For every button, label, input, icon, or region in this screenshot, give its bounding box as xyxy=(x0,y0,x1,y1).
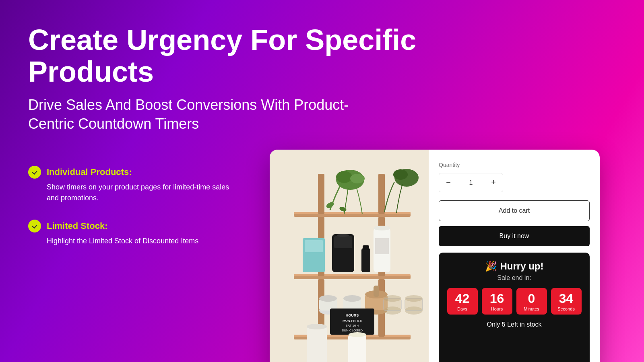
svg-text:SUN    CLOSED: SUN CLOSED xyxy=(342,329,363,332)
countdown-section: 🎉 Hurry up! Sale end in: 42 Days 16 xyxy=(439,253,590,362)
timer-seconds-label: Seconds xyxy=(554,306,578,311)
timer-minutes-label: Minutes xyxy=(520,306,544,311)
quantity-control: − 1 + xyxy=(439,173,503,192)
feature-individual-products: Individual Products: Show timers on your… xyxy=(28,166,229,204)
svg-rect-19 xyxy=(361,248,370,272)
svg-point-6 xyxy=(336,171,352,183)
svg-point-22 xyxy=(374,226,390,230)
timer-days-value: 42 xyxy=(450,292,475,305)
product-card-panel: HOURS MON-FRI 8-5 SAT 10-4 SUN CLOSED xyxy=(229,150,616,362)
svg-rect-25 xyxy=(305,240,323,252)
party-icon: 🎉 xyxy=(485,261,497,272)
svg-point-52 xyxy=(349,332,366,337)
product-image-wrapper: HOURS MON-FRI 8-5 SAT 10-4 SUN CLOSED xyxy=(270,150,429,362)
svg-point-35 xyxy=(343,295,361,302)
stock-number: 5 xyxy=(502,321,506,328)
svg-point-32 xyxy=(319,295,337,302)
timer-seconds-value: 34 xyxy=(554,292,578,305)
svg-rect-20 xyxy=(363,245,369,250)
svg-rect-4 xyxy=(378,174,385,214)
quantity-label: Quantity xyxy=(439,162,590,168)
svg-rect-53 xyxy=(307,327,327,362)
feature-limited-stock: Limited Stock: Highlight the Limited Sto… xyxy=(28,220,229,247)
svg-rect-3 xyxy=(318,174,324,214)
sub-headline: Drive Sales And Boost Conversions With P… xyxy=(28,96,350,134)
quantity-value: 1 xyxy=(458,179,484,186)
product-image: HOURS MON-FRI 8-5 SAT 10-4 SUN CLOSED xyxy=(270,150,429,362)
countdown-timers: 42 Days 16 Hours 0 Minutes xyxy=(447,288,582,315)
svg-point-47 xyxy=(384,295,401,302)
svg-rect-23 xyxy=(375,238,389,254)
svg-point-50 xyxy=(405,295,423,302)
feature-title-1: Individual Products: xyxy=(47,167,132,177)
svg-point-7 xyxy=(350,174,365,183)
svg-point-54 xyxy=(307,324,327,329)
feature-desc-1: Show timers on your product pages for li… xyxy=(28,182,229,204)
quantity-decrease-button[interactable]: − xyxy=(439,173,458,192)
stock-text-prefix: Only xyxy=(487,321,502,328)
feature-title-row-2: Limited Stock: xyxy=(28,220,229,232)
timer-minutes-value: 0 xyxy=(520,292,544,305)
timer-days: 42 Days xyxy=(447,288,478,315)
main-section: Individual Products: Show timers on your… xyxy=(28,150,616,362)
check-icon-2 xyxy=(28,220,41,232)
hurry-label: Hurry up! xyxy=(500,261,544,272)
svg-rect-13 xyxy=(294,274,411,276)
feature-title-2: Limited Stock: xyxy=(47,221,108,231)
svg-rect-2 xyxy=(294,212,411,214)
main-headline: Create Urgency For Specific Products xyxy=(28,24,471,88)
sale-end-text: Sale end in: xyxy=(447,274,582,282)
stock-text-suffix: Left in stock xyxy=(506,321,542,328)
svg-rect-17 xyxy=(334,236,352,248)
svg-point-18 xyxy=(337,234,349,237)
svg-text:SAT      10-4: SAT 10-4 xyxy=(345,324,359,327)
product-details-panel: Quantity − 1 + Add to cart Buy it now 🎉 … xyxy=(429,150,600,362)
svg-point-11 xyxy=(393,169,408,180)
features-panel: Individual Products: Show timers on your… xyxy=(28,150,229,362)
timer-days-label: Days xyxy=(450,306,475,311)
add-to-cart-button[interactable]: Add to cart xyxy=(439,200,590,221)
timer-hours-value: 16 xyxy=(485,292,509,305)
stock-availability: Only 5 Left in stock xyxy=(447,321,582,328)
product-card: HOURS MON-FRI 8-5 SAT 10-4 SUN CLOSED xyxy=(270,150,600,362)
timer-hours-label: Hours xyxy=(485,306,509,311)
timer-minutes: 0 Minutes xyxy=(516,288,547,315)
hurry-title: 🎉 Hurry up! xyxy=(447,261,582,272)
svg-text:MON-FRI  8-5: MON-FRI 8-5 xyxy=(343,319,362,323)
svg-rect-39 xyxy=(374,286,379,297)
buy-it-now-button[interactable]: Buy it now xyxy=(439,226,590,246)
timer-seconds: 34 Seconds xyxy=(551,288,582,315)
quantity-increase-button[interactable]: + xyxy=(484,173,503,192)
feature-title-row-1: Individual Products: xyxy=(28,166,229,179)
page-wrapper: Create Urgency For Specific Products Dri… xyxy=(0,0,644,362)
check-icon-1 xyxy=(28,166,41,179)
feature-desc-2: Highlight the Limited Stock of Discounte… xyxy=(28,236,229,247)
timer-hours: 16 Hours xyxy=(482,288,512,315)
svg-text:HOURS: HOURS xyxy=(346,313,359,317)
svg-rect-51 xyxy=(348,335,366,362)
